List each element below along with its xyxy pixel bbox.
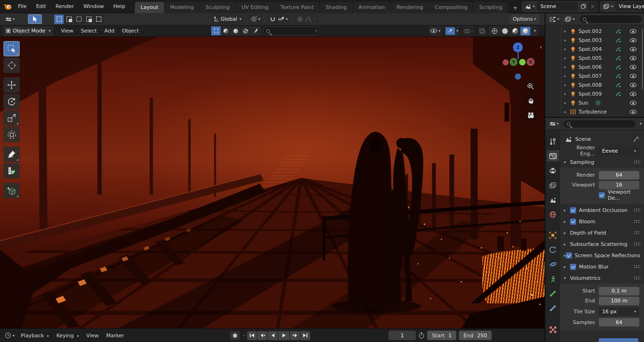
eye-icon[interactable] (630, 101, 636, 105)
menu-playback[interactable]: Playback ▾ (17, 331, 52, 340)
viewport-denoising-checkbox[interactable] (599, 192, 605, 198)
eye-icon[interactable] (630, 110, 636, 114)
volumetrics-start-field[interactable]: 0.1 m (599, 287, 639, 295)
zoom-button[interactable] (524, 80, 537, 93)
menu-file[interactable]: File (14, 2, 31, 11)
outliner-display-mode-button[interactable]: ▾ (563, 16, 577, 23)
tab-layout[interactable]: Layout (135, 2, 164, 13)
sun-data-icon[interactable] (595, 100, 601, 106)
gizmos-toggle[interactable]: ↗ ▾ (444, 26, 460, 36)
viewport-canvas[interactable]: Z Y X ‹ (0, 37, 545, 328)
panel-grip[interactable] (634, 242, 640, 246)
select-mode-circle[interactable] (74, 15, 83, 24)
tab-rendering[interactable]: Rendering (391, 2, 429, 13)
menu-edit[interactable]: Edit (32, 2, 50, 11)
eye-icon[interactable] (630, 74, 636, 78)
blender-logo-icon[interactable] (3, 3, 12, 10)
panel-grip[interactable] (634, 265, 640, 269)
viewport-samples-field[interactable]: 16 (599, 181, 639, 189)
select-mode-lasso[interactable] (84, 15, 93, 24)
menu-view[interactable]: View (57, 26, 77, 35)
use-preview-range-button[interactable] (418, 332, 425, 339)
outliner-row-turbulence[interactable]: ▸ Turbulence (545, 107, 644, 116)
select-mode-extend[interactable] (94, 15, 103, 24)
object-mode-dropdown[interactable]: Object Mode ▾ (3, 26, 53, 36)
tab-constraints-properties[interactable] (547, 244, 559, 255)
expand-icon[interactable]: ▸ (564, 110, 570, 114)
prev-frame-button[interactable] (268, 331, 278, 340)
outliner-row-spot-004[interactable]: ▸ Spot.004 (545, 45, 644, 54)
render-engine-dropdown[interactable]: Eevee ▾ (599, 147, 639, 155)
axis-x-neg-handle[interactable] (503, 59, 509, 65)
shading-solid[interactable] (500, 27, 510, 35)
frame-end-field[interactable]: End 250 (459, 331, 492, 340)
panel-grip[interactable] (634, 220, 640, 224)
camera-view-button[interactable] (524, 109, 537, 122)
axis-y-handle[interactable]: Y (510, 58, 518, 66)
expand-icon[interactable]: ▸ (564, 38, 570, 42)
select-mode-tweak[interactable] (54, 15, 64, 24)
eye-icon[interactable] (630, 56, 636, 60)
tab-scripting[interactable]: Scripting (473, 2, 508, 13)
menu-window[interactable]: Window (79, 2, 108, 11)
jump-to-start-button[interactable] (247, 331, 257, 340)
eye-icon[interactable] (630, 47, 636, 51)
mode-toggle-texture[interactable] (241, 26, 250, 35)
pan-button[interactable] (524, 94, 537, 107)
timeline-editor-type-button[interactable]: ▾ (3, 331, 17, 340)
mode-toggle-brush[interactable] (251, 26, 260, 35)
editor-type-button[interactable]: ▾ (4, 16, 17, 22)
menu-render[interactable]: Render (51, 2, 78, 11)
outliner-scrollbar[interactable] (642, 28, 643, 90)
tab-view-layer-properties[interactable] (547, 179, 559, 191)
tab-sculpting[interactable]: Sculpting (200, 2, 235, 13)
orientation-dropdown[interactable]: Global ▾ (211, 14, 244, 24)
outliner-row-sun[interactable]: ▸ Sun (545, 98, 644, 107)
expand-icon[interactable]: ▸ (564, 47, 570, 51)
menu-marker[interactable]: Marker (103, 331, 127, 340)
expand-icon[interactable]: ▸ (564, 92, 570, 96)
auto-keying-button[interactable] (230, 331, 240, 340)
proportional-edit-controls[interactable]: ▾ (294, 14, 318, 24)
light-data-icon[interactable] (615, 82, 621, 88)
panel-ambient-occlusion[interactable]: ▸ Ambient Occlusion (560, 204, 644, 216)
menu-help[interactable]: Help (109, 2, 129, 11)
outliner-row-spot-006[interactable]: ▸ Spot.006 (545, 63, 644, 72)
outliner-row-spot-005[interactable]: ▸ Spot.005 (545, 54, 644, 63)
tab-world-properties[interactable] (547, 209, 559, 220)
overlays-toggle[interactable]: ▾ (462, 26, 475, 36)
light-data-icon[interactable] (615, 28, 621, 34)
volumetrics-samples-field[interactable]: 64 (599, 318, 639, 326)
tab-bone-properties[interactable] (547, 288, 559, 299)
expand-icon[interactable]: ▸ (564, 56, 570, 60)
light-data-icon[interactable] (615, 46, 621, 52)
tool-scale[interactable] (3, 110, 20, 126)
expand-icon[interactable]: ▸ (564, 65, 570, 69)
tool-rotate[interactable] (3, 94, 20, 109)
tab-output-properties[interactable] (547, 165, 559, 176)
light-data-icon[interactable] (615, 37, 621, 43)
tool-cursor[interactable] (3, 57, 20, 73)
outliner-row-spot-008[interactable]: ▸ Spot.008 (545, 81, 644, 90)
tab-physics-properties[interactable] (547, 259, 559, 270)
chevron-down-icon[interactable]: ▾ (640, 122, 642, 126)
select-mode-box[interactable] (64, 15, 74, 24)
outliner-row-spot-002[interactable]: ▸ Spot.002 (545, 27, 644, 36)
active-tool-button[interactable] (28, 14, 42, 24)
sidebar-collapse-arrow[interactable]: ‹ (540, 43, 542, 50)
properties-editor-type-button[interactable]: ▾ (548, 121, 561, 127)
prev-keyframe-button[interactable] (257, 331, 267, 340)
unlink-scene-button[interactable]: × (588, 3, 597, 10)
axis-x-handle[interactable]: X (527, 58, 535, 66)
ambient-occlusion-checkbox[interactable] (570, 207, 576, 213)
options-dropdown[interactable]: Options ▾ (509, 15, 540, 24)
light-data-icon[interactable] (615, 73, 621, 79)
tool-annotate[interactable] (3, 147, 20, 162)
mode-toggle-sculpt[interactable] (221, 26, 231, 35)
expand-icon[interactable]: ▸ (564, 74, 570, 78)
expand-icon[interactable]: ▸ (564, 83, 570, 87)
mode-toggle-paint[interactable] (231, 26, 240, 35)
tool-measure[interactable] (3, 163, 20, 179)
tool-transform[interactable] (3, 127, 20, 142)
tab-scene-properties[interactable] (547, 194, 559, 205)
